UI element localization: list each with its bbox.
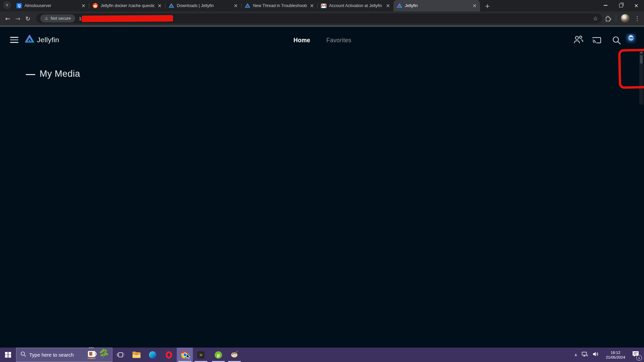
action-center-button[interactable]: 1 xyxy=(632,351,641,359)
volume-icon[interactable] xyxy=(593,352,599,358)
warning-icon: ⚠ xyxy=(45,16,48,21)
jellyfin-logo-icon xyxy=(25,34,34,45)
tab-home[interactable]: Home xyxy=(293,37,310,44)
close-icon[interactable]: × xyxy=(233,3,238,8)
tab-downloads-jellyfin[interactable]: Downloads | Jellyfin × xyxy=(165,0,241,11)
edge-button[interactable] xyxy=(145,348,161,362)
paint-button[interactable] xyxy=(226,348,243,362)
reload-button[interactable]: ↻ xyxy=(23,15,33,22)
chrome-menu-icon[interactable]: ⋮ xyxy=(634,15,640,22)
utorrent-icon: µ xyxy=(215,351,222,359)
search-icon xyxy=(20,351,26,358)
qnap-favicon: Q xyxy=(16,3,22,8)
tab-title: Jellyfin docker /cache question xyxy=(101,3,155,8)
clock-date: 21/05/2024 xyxy=(603,355,628,360)
folder-icon xyxy=(132,352,141,358)
gmail-favicon xyxy=(321,3,326,8)
back-button[interactable]: ← xyxy=(3,15,13,22)
network-icon[interactable] xyxy=(582,352,588,358)
chrome-tabstrip: ∨ Q Almolouserver × Jellyfin docker /cac… xyxy=(0,0,644,11)
chevron-down-icon: ∨ xyxy=(6,3,8,7)
toolbar-divider xyxy=(616,15,616,22)
windows-logo-icon xyxy=(5,352,11,358)
opera-icon xyxy=(166,351,172,359)
tab-title: New Thread in Troubleshooting xyxy=(253,3,307,8)
search-placeholder: Type here to search xyxy=(29,352,74,358)
close-window-button[interactable]: × xyxy=(629,0,644,11)
chrome-profile-avatar[interactable] xyxy=(621,14,630,23)
tab-almolouserver[interactable]: Q Almolouserver × xyxy=(13,0,89,11)
section-title-dash xyxy=(26,74,35,75)
red-annotation-rectangle xyxy=(618,49,644,89)
taskbar-clock[interactable]: 18:12 21/05/2024 xyxy=(603,350,628,360)
task-view-button[interactable] xyxy=(112,348,128,362)
url-text: 1 xyxy=(79,16,81,21)
restore-icon xyxy=(619,4,623,7)
start-button[interactable] xyxy=(0,348,16,362)
tab-title: Account Activation at Jellyfin Fo xyxy=(329,3,383,8)
select-user-button[interactable] xyxy=(573,35,584,45)
jellyfin-favicon xyxy=(397,3,402,8)
taskbar-search-box[interactable]: Type here to search xyxy=(16,348,112,362)
new-tab-button[interactable]: + xyxy=(483,1,492,10)
windows-taskbar: Type here to search xyxy=(0,348,644,362)
tab-title: Jellyfin xyxy=(405,3,470,8)
system-tray: ∧ 18:12 21/05/2024 xyxy=(574,350,644,360)
tab-search-button[interactable]: ∨ xyxy=(3,1,11,9)
forward-button[interactable]: → xyxy=(13,15,23,22)
edge-icon xyxy=(149,351,156,359)
cast-button[interactable] xyxy=(592,36,602,46)
tab-jellyfin-active[interactable]: Jellyfin × xyxy=(393,0,480,11)
desktop-screen: ∨ Q Almolouserver × Jellyfin docker /cac… xyxy=(0,0,644,362)
clock-time: 18:12 xyxy=(603,350,628,355)
hamburger-icon xyxy=(10,37,18,38)
search-icon[interactable] xyxy=(612,36,621,46)
hamburger-menu-button[interactable] xyxy=(10,37,18,45)
tea-cup-plant-illustration xyxy=(85,347,111,361)
jellyfin-favicon xyxy=(169,3,174,8)
section-title-my-media: My Media xyxy=(40,69,80,79)
close-icon[interactable]: × xyxy=(310,3,314,8)
tab-new-thread-troubleshooting[interactable]: New Thread in Troubleshooting × xyxy=(241,0,317,11)
close-icon[interactable]: × xyxy=(81,3,86,8)
jellyfin-page: Jellyfin Home Favorites xyxy=(0,27,644,348)
close-icon[interactable]: × xyxy=(472,3,477,8)
restore-button[interactable] xyxy=(613,0,629,11)
chrome-button-active[interactable] xyxy=(177,348,193,362)
tab-title: Downloads | Jellyfin xyxy=(177,3,231,8)
tab-title: Almolouserver xyxy=(24,3,78,8)
reddit-favicon xyxy=(93,3,98,8)
minimize-button[interactable] xyxy=(598,0,613,11)
skull-avatar-image xyxy=(629,35,633,41)
tab-gmail-account-activation[interactable]: Account Activation at Jellyfin Fo × xyxy=(318,0,393,11)
window-controls: × xyxy=(598,0,644,11)
jellyfin-favicon xyxy=(245,3,250,8)
plex-icon: > xyxy=(197,351,205,359)
plex-button[interactable]: > xyxy=(193,348,209,362)
paint-icon xyxy=(230,350,238,360)
file-explorer-button[interactable] xyxy=(128,348,145,362)
jellyfin-brand-name: Jellyfin xyxy=(37,36,59,44)
security-chip[interactable]: ⚠ Not secure xyxy=(40,14,75,22)
toolbar-right: ⋮ xyxy=(605,14,640,23)
close-icon[interactable]: × xyxy=(386,3,390,8)
user-avatar[interactable] xyxy=(626,34,636,44)
address-bar[interactable]: ⚠ Not secure 1 ☆ xyxy=(36,13,602,23)
mouse-cursor xyxy=(186,354,191,361)
chrome-toolbar: ← → ↻ ⚠ Not secure 1 ☆ ⋮ xyxy=(0,11,644,25)
close-icon[interactable]: × xyxy=(157,3,162,8)
tab-reddit-jellyfin-docker[interactable]: Jellyfin docker /cache question × xyxy=(89,0,165,11)
hidden-icons-chevron[interactable]: ∧ xyxy=(574,353,577,357)
notification-badge: 1 xyxy=(636,355,642,361)
extensions-icon[interactable] xyxy=(605,15,611,22)
bookmark-star-icon[interactable]: ☆ xyxy=(593,15,598,22)
tab-favorites[interactable]: Favorites xyxy=(326,37,352,44)
opera-button[interactable] xyxy=(161,348,177,362)
url-redaction-scribble xyxy=(82,15,173,22)
minimize-icon xyxy=(604,5,607,6)
utorrent-button[interactable]: µ xyxy=(210,348,226,362)
security-label: Not secure xyxy=(51,16,71,21)
